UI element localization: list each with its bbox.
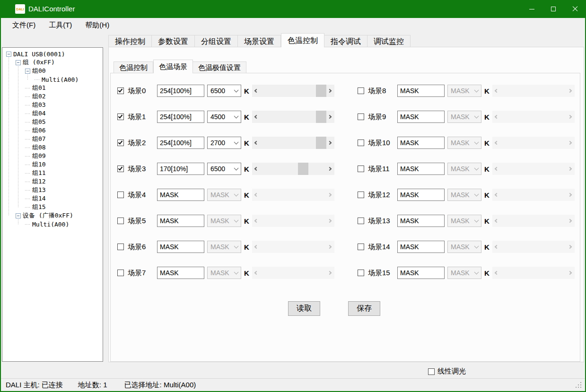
scroll-right-button[interactable] — [567, 163, 575, 175]
scrollbar-thumb[interactable] — [298, 163, 308, 175]
scroll-right-button[interactable] — [567, 137, 575, 149]
scene-scrollbar[interactable] — [492, 215, 575, 227]
scene-colortemp-select[interactable]: 4500 — [207, 111, 241, 123]
scroll-right-button[interactable] — [567, 111, 575, 123]
scene-checkbox[interactable] — [358, 113, 364, 120]
scene-colortemp-select[interactable]: MASK — [447, 111, 481, 123]
scene-colortemp-select[interactable]: 6500 — [207, 85, 241, 97]
scene-level-input[interactable] — [157, 267, 204, 279]
scroll-right-button[interactable] — [326, 111, 334, 123]
tab-操作控制[interactable]: 操作控制 — [108, 35, 152, 47]
scene-colortemp-select[interactable]: MASK — [207, 189, 241, 201]
scroll-left-button[interactable] — [252, 85, 260, 97]
tree-item[interactable]: 组06 — [25, 126, 46, 135]
scene-level-input[interactable] — [157, 111, 204, 123]
tree-item[interactable]: 组14 — [25, 194, 46, 203]
scrollbar-thumb[interactable] — [316, 111, 326, 123]
scene-checkbox[interactable] — [117, 218, 124, 224]
scroll-left-button[interactable] — [492, 163, 500, 175]
scene-colortemp-select[interactable]: MASK — [207, 241, 241, 253]
scene-level-input[interactable] — [397, 163, 445, 175]
scroll-left-button[interactable] — [252, 137, 260, 149]
scene-level-input[interactable] — [157, 137, 204, 149]
tab-场景设置[interactable]: 场景设置 — [238, 35, 281, 47]
scene-colortemp-select[interactable]: MASK — [447, 137, 481, 149]
scene-checkbox[interactable] — [358, 244, 364, 250]
tree-item[interactable]: 组01 — [25, 84, 46, 92]
scene-colortemp-select[interactable]: MASK — [447, 163, 481, 175]
menu-item[interactable]: 帮助(H) — [79, 19, 116, 32]
scene-colortemp-select[interactable]: MASK — [207, 267, 241, 279]
scene-colortemp-select[interactable]: MASK — [447, 189, 481, 201]
tree-item[interactable]: DALI USB(0001) — [6, 50, 65, 58]
scene-checkbox[interactable] — [117, 192, 124, 198]
scene-scrollbar[interactable] — [252, 189, 334, 201]
scroll-left-button[interactable] — [492, 189, 500, 201]
scene-level-input[interactable] — [397, 189, 445, 201]
scene-scrollbar[interactable] — [252, 241, 334, 253]
scrollbar-thumb[interactable] — [316, 85, 326, 97]
scroll-right-button[interactable] — [567, 85, 575, 97]
scene-level-input[interactable] — [157, 85, 204, 97]
scene-scrollbar[interactable] — [492, 85, 575, 97]
scene-colortemp-select[interactable]: 2700 — [207, 137, 241, 149]
scene-level-input[interactable] — [397, 267, 445, 279]
scrollbar-thumb[interactable] — [316, 137, 326, 149]
tree-item[interactable]: 组05 — [25, 118, 46, 126]
scroll-right-button[interactable] — [326, 85, 334, 97]
scroll-left-button[interactable] — [492, 137, 500, 149]
tree-item[interactable]: Multi(A00) — [25, 220, 69, 228]
scene-scrollbar[interactable] — [252, 85, 334, 97]
subtab-色温场景[interactable]: 色温场景 — [153, 60, 193, 73]
scene-scrollbar[interactable] — [252, 111, 334, 123]
scene-scrollbar[interactable] — [492, 137, 575, 149]
device-tree[interactable]: DALI USB(0001)组 (0xFF)组00Multi(A00)组01组0… — [2, 47, 103, 362]
scene-scrollbar[interactable] — [492, 189, 575, 201]
scene-checkbox[interactable] — [117, 270, 124, 276]
scene-level-input[interactable] — [157, 189, 204, 201]
scroll-right-button[interactable] — [326, 163, 334, 175]
scene-level-input[interactable] — [397, 137, 445, 149]
scene-checkbox[interactable] — [358, 270, 364, 276]
scroll-left-button[interactable] — [252, 163, 260, 175]
scroll-right-button[interactable] — [326, 137, 334, 149]
tree-item[interactable]: 组11 — [25, 169, 46, 177]
scene-checkbox[interactable] — [358, 166, 364, 172]
scene-scrollbar[interactable] — [492, 163, 575, 175]
scroll-left-button[interactable] — [252, 267, 260, 279]
scroll-left-button[interactable] — [492, 267, 500, 279]
scroll-left-button[interactable] — [252, 111, 260, 123]
scroll-right-button[interactable] — [326, 189, 334, 201]
tab-参数设置[interactable]: 参数设置 — [152, 35, 195, 47]
scene-level-input[interactable] — [157, 163, 204, 175]
scene-level-input[interactable] — [397, 215, 445, 227]
scene-colortemp-select[interactable]: MASK — [447, 241, 481, 253]
scene-level-input[interactable] — [397, 85, 445, 97]
menu-item[interactable]: 工具(T) — [42, 19, 79, 32]
scene-level-input[interactable] — [397, 241, 445, 253]
scroll-left-button[interactable] — [492, 241, 500, 253]
tree-item[interactable]: Multi(A00) — [35, 75, 79, 84]
scene-scrollbar[interactable] — [492, 111, 575, 123]
scroll-left-button[interactable] — [252, 215, 260, 227]
scene-checkbox[interactable] — [358, 139, 364, 146]
scene-level-input[interactable] — [157, 241, 204, 253]
scene-checkbox[interactable] — [117, 139, 124, 146]
scroll-right-button[interactable] — [567, 241, 575, 253]
tree-item[interactable]: 组08 — [25, 143, 46, 152]
tree-item[interactable]: 组12 — [25, 177, 46, 186]
scene-checkbox[interactable] — [358, 192, 364, 198]
scroll-right-button[interactable] — [326, 241, 334, 253]
tree-item[interactable]: 组03 — [25, 101, 46, 109]
scene-level-input[interactable] — [157, 215, 204, 227]
subtab-色温极值设置[interactable]: 色温极值设置 — [193, 61, 246, 73]
scroll-right-button[interactable] — [567, 189, 575, 201]
tab-调试监控[interactable]: 调试监控 — [367, 35, 411, 47]
tree-item[interactable]: 组09 — [25, 152, 46, 160]
subtab-色温控制[interactable]: 色温控制 — [114, 61, 153, 73]
scroll-left-button[interactable] — [492, 85, 500, 97]
scene-scrollbar[interactable] — [252, 137, 334, 149]
tree-collapse-icon[interactable] — [25, 69, 30, 74]
save-button[interactable]: 保存 — [348, 301, 380, 316]
scene-checkbox[interactable] — [358, 218, 364, 224]
